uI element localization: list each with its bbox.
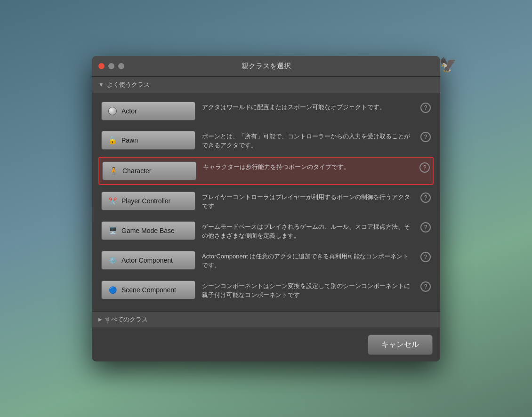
actor-component-label: Actor Component — [121, 257, 173, 264]
actor-component-icon: ⚙️ — [107, 255, 118, 265]
actor-icon — [107, 106, 118, 116]
class-item-actor[interactable]: Actor アクタはワールドに配置またはスポーン可能なオブジェクトです。 ? — [98, 98, 434, 124]
sphere-icon — [108, 107, 117, 115]
game-mode-base-description: ゲームモードベースはプレイされるゲームの、ルール、スコア採点方法、その他さまざま… — [195, 221, 420, 241]
player-controller-icon: ✂️ — [107, 196, 118, 206]
player-controller-label: Player Controller — [121, 197, 170, 205]
window-buttons — [98, 63, 124, 69]
class-item-player-controller[interactable]: ✂️ Player Controller プレイヤーコントローラはプレイヤーが利… — [98, 188, 434, 215]
common-classes-label: よく使うクラス — [107, 80, 150, 89]
maximize-button[interactable] — [118, 63, 124, 69]
game-mode-icon: 🖥️ — [107, 225, 118, 236]
scene-component-button[interactable]: 🔵 Scene Component — [101, 281, 195, 299]
character-button[interactable]: 🧍 Character — [102, 161, 196, 180]
title-bar: 親クラスを選択 — [92, 56, 440, 77]
character-icon: 🧍 — [108, 166, 119, 176]
actor-button[interactable]: Actor — [101, 102, 195, 120]
game-mode-base-button[interactable]: 🖥️ Game Mode Base — [101, 221, 195, 240]
scene-component-help-icon[interactable]: ? — [420, 281, 431, 292]
class-list: Actor アクタはワールドに配置またはスポーン可能なオブジェクトです。 ? 🔒… — [92, 93, 440, 311]
scene-component-icon: 🔵 — [107, 285, 118, 295]
pawn-help-icon[interactable]: ? — [420, 132, 431, 142]
character-help-icon[interactable]: ? — [419, 162, 430, 173]
player-controller-description: プレイヤーコントローラはプレイヤーが利用するポーンの制御を行うアクタです — [195, 192, 420, 211]
character-label: Character — [122, 167, 151, 175]
collapse-icon: ▼ — [98, 81, 104, 88]
scene-component-label: Scene Component — [121, 286, 176, 294]
pawn-button[interactable]: 🔒 Pawn — [101, 131, 195, 150]
class-item-character[interactable]: 🧍 Character キャラクターは歩行能力を持つポーンのタイプです。 ? — [98, 157, 434, 185]
dialog-title: 親クラスを選択 — [242, 62, 291, 71]
class-item-pawn[interactable]: 🔒 Pawn ポーンとは、「所有」可能で、コントローラーからの入力を受け取ること… — [98, 127, 434, 154]
actor-label: Actor — [121, 107, 137, 115]
all-classes-header[interactable]: ▶ すべてのクラス — [92, 311, 440, 328]
actor-component-description: ActorComponent は任意のアクタに追加できる再利用可能なコンポーネン… — [195, 251, 420, 270]
pawn-icon: 🔒 — [107, 135, 118, 145]
expand-icon: ▶ — [98, 317, 102, 322]
pawn-description: ポーンとは、「所有」可能で、コントローラーからの入力を受け取ることができるアクタ… — [195, 131, 420, 150]
minimize-button[interactable] — [108, 63, 114, 69]
dialog: 親クラスを選択 ▼ よく使うクラス Actor アクタはワールドに配置またはスポ… — [92, 56, 440, 361]
all-classes-label: すべてのクラス — [105, 315, 148, 324]
class-item-actor-component[interactable]: ⚙️ Actor Component ActorComponent は任意のアク… — [98, 247, 434, 274]
player-controller-help-icon[interactable]: ? — [420, 192, 431, 203]
bg-decoration: 🦅 — [439, 56, 457, 73]
close-button[interactable] — [98, 63, 105, 69]
common-classes-header[interactable]: ▼ よく使うクラス — [92, 77, 440, 93]
class-item-scene-component[interactable]: 🔵 Scene Component シーンコンポーネントはシーン変換を設定して別… — [98, 277, 434, 304]
pawn-label: Pawn — [121, 136, 138, 144]
actor-component-button[interactable]: ⚙️ Actor Component — [101, 251, 195, 270]
cancel-button[interactable]: キャンセル — [368, 335, 433, 355]
game-mode-base-label: Game Mode Base — [121, 227, 175, 234]
actor-description: アクタはワールドに配置またはスポーン可能なオブジェクトです。 — [195, 102, 420, 112]
actor-component-help-icon[interactable]: ? — [420, 252, 431, 262]
game-mode-base-help-icon[interactable]: ? — [420, 222, 431, 233]
scene-component-description: シーンコンポーネントはシーン変換を設定して別のシーンコンポーネントに親子付け可能… — [195, 281, 420, 300]
actor-help-icon[interactable]: ? — [420, 103, 431, 113]
dialog-content: ▼ よく使うクラス Actor アクタはワールドに配置またはスポーン可能なオブジ… — [92, 77, 440, 328]
dialog-footer: キャンセル — [92, 328, 440, 361]
character-description: キャラクターは歩行能力を持つポーンのタイプです。 — [196, 161, 419, 172]
player-controller-button[interactable]: ✂️ Player Controller — [101, 192, 195, 210]
class-item-game-mode-base[interactable]: 🖥️ Game Mode Base ゲームモードベースはプレイされるゲームの、ル… — [98, 217, 434, 244]
